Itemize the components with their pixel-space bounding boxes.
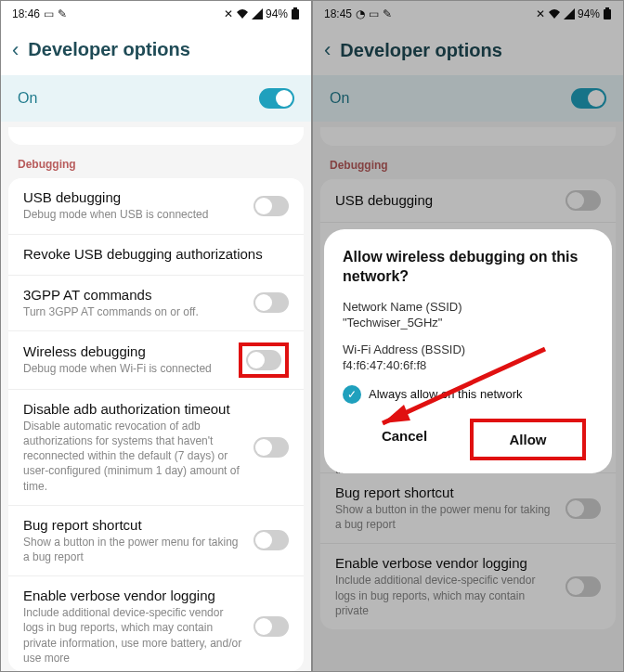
row-subtitle: Disable automatic revocation of adb auth… — [23, 419, 242, 494]
verbose-logging-toggle[interactable] — [254, 616, 289, 637]
partial-card — [8, 127, 304, 146]
usb-debugging-toggle[interactable] — [254, 196, 289, 216]
highlight-box — [239, 342, 289, 378]
row-verbose-logging[interactable]: Enable verbose vendor logging Include ad… — [8, 575, 304, 671]
always-allow-label: Always allow on this network — [369, 387, 522, 401]
wireless-debugging-toggle[interactable] — [246, 350, 281, 370]
row-title: Disable adb authorization timeout — [23, 401, 242, 417]
svg-rect-1 — [293, 7, 297, 9]
master-toggle-label: On — [18, 90, 37, 107]
header: ‹ Developer options — [1, 27, 311, 75]
row-disable-adb-timeout[interactable]: Disable adb authorization timeout Disabl… — [8, 389, 304, 505]
ssid-value: "Techwiser_5GHz" — [343, 316, 593, 330]
wireless-debugging-dialog: Allow wireless debugging on this network… — [324, 229, 612, 473]
allow-button[interactable]: Allow — [470, 419, 586, 460]
master-toggle-row[interactable]: On — [1, 75, 311, 122]
row-bug-report[interactable]: Bug report shortcut Show a button in the… — [8, 505, 304, 575]
master-toggle[interactable] — [259, 88, 294, 109]
row-wireless-debugging[interactable]: Wireless debugging Debug mode when Wi-Fi… — [8, 330, 304, 389]
bssid-value: f4:f6:47:40:6f:f8 — [343, 358, 593, 372]
wifi-icon — [236, 8, 249, 19]
settings-card: USB debugging Debug mode when USB is con… — [8, 178, 304, 671]
bug-report-toggle[interactable] — [254, 530, 289, 550]
row-title: Wireless debugging — [23, 343, 228, 359]
back-icon[interactable]: ‹ — [12, 38, 19, 62]
cancel-button[interactable]: Cancel — [350, 419, 459, 460]
always-allow-row[interactable]: ✓ Always allow on this network — [343, 385, 593, 404]
checkbox-checked-icon[interactable]: ✓ — [343, 385, 361, 404]
row-title: Bug report shortcut — [23, 517, 242, 533]
adb-timeout-toggle[interactable] — [254, 437, 289, 458]
row-subtitle: Debug mode when USB is connected — [23, 207, 242, 222]
page-title: Developer options — [28, 39, 189, 60]
battery-text: 94% — [266, 7, 288, 20]
3gpp-toggle[interactable] — [254, 292, 289, 313]
gallery-icon: ▭ — [44, 7, 54, 20]
row-subtitle: Show a button in the power menu for taki… — [23, 535, 242, 564]
signal-icon — [252, 8, 263, 19]
row-title: USB debugging — [23, 189, 242, 205]
left-phone-screen: 18:46 ▭ ✎ ✕ 94% ‹ Developer options On D… — [0, 0, 312, 672]
ssid-label: Network Name (SSID) — [343, 300, 593, 314]
row-title: 3GPP AT commands — [23, 287, 242, 303]
row-subtitle: Debug mode when Wi-Fi is connected — [23, 361, 228, 376]
statusbar: 18:46 ▭ ✎ ✕ 94% — [1, 1, 311, 27]
status-time: 18:46 — [12, 7, 40, 20]
row-title: Enable verbose vendor logging — [23, 588, 242, 603]
battery-icon — [291, 7, 300, 20]
row-title: Revoke USB debugging authorizations — [23, 246, 289, 262]
row-usb-debugging[interactable]: USB debugging Debug mode when USB is con… — [8, 178, 304, 233]
row-subtitle: Turn 3GPP AT commands on or off. — [23, 304, 242, 319]
right-phone-screen: 18:45 ◔ ▭ ✎ ✕ 94% ‹ Developer options On… — [312, 0, 624, 672]
row-revoke-auth[interactable]: Revoke USB debugging authorizations — [8, 234, 304, 275]
row-subtitle: Include additional device-specific vendo… — [23, 605, 242, 666]
bssid-label: Wi-Fi Address (BSSID) — [343, 342, 593, 356]
dialog-title: Allow wireless debugging on this network… — [343, 248, 593, 287]
section-debugging: Debugging — [1, 145, 311, 178]
mute-icon: ✕ — [224, 7, 233, 20]
edit-icon: ✎ — [58, 7, 67, 20]
row-3gpp[interactable]: 3GPP AT commands Turn 3GPP AT commands o… — [8, 275, 304, 330]
svg-rect-0 — [292, 9, 299, 19]
